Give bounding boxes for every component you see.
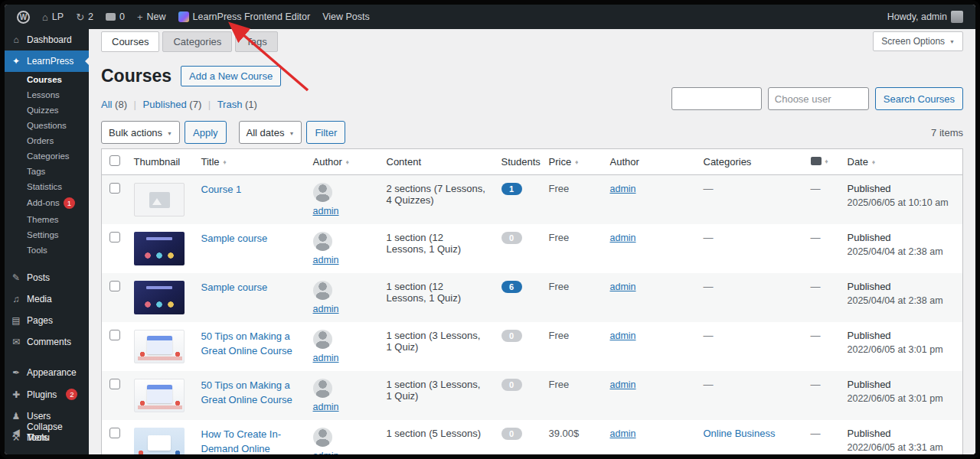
view-posts-menu[interactable]: View Posts <box>316 5 376 29</box>
row-checkbox[interactable] <box>109 330 120 340</box>
course-thumbnail[interactable] <box>134 232 185 265</box>
course-title-link[interactable]: How To Create In-Demand Online Courses <box>201 428 298 454</box>
course-category-link[interactable]: Online Business <box>704 428 776 439</box>
course-content: 1 section (12 Lessons, 1 Quiz) <box>387 281 462 304</box>
sidebar-item-posts[interactable]: ✎ Posts <box>5 267 89 288</box>
comments-count: — <box>811 428 821 439</box>
students-badge: 6 <box>501 281 522 293</box>
site-menu[interactable]: ⌂ LP <box>36 5 70 29</box>
sidebar-item-label: Settings <box>27 454 60 459</box>
course-thumbnail[interactable] <box>134 330 185 363</box>
admin-bar: W ⌂ LP ↻ 2 0 + New LearnPress Frontend E… <box>5 5 975 29</box>
sidebar-item-plugins[interactable]: ✚ Plugins 2 <box>5 383 89 405</box>
view-all-link[interactable]: All <box>101 99 112 110</box>
sidebar-item-settings-lp[interactable]: Settings <box>5 227 89 243</box>
choose-user-input[interactable] <box>768 87 869 110</box>
tab-tags[interactable]: Tags <box>235 31 277 52</box>
author-link[interactable]: admin <box>610 282 636 292</box>
course-thumbnail[interactable] <box>134 183 185 216</box>
sidebar-item-comments[interactable]: ✉ Comments <box>5 331 89 353</box>
sidebar-item-quizzes[interactable]: Quizzes <box>5 103 89 118</box>
author-link[interactable]: admin <box>313 255 339 265</box>
main-content: Courses Categories Tags Screen Options C… <box>89 29 975 454</box>
course-thumbnail[interactable] <box>134 428 185 454</box>
new-content-menu[interactable]: + New <box>131 5 172 29</box>
add-new-course-button[interactable]: Add a New Course <box>181 66 281 86</box>
search-courses-button[interactable]: Search Courses <box>875 87 963 110</box>
view-trash-link[interactable]: Trash <box>217 99 243 110</box>
view-published-link[interactable]: Published <box>143 99 187 110</box>
course-title-link[interactable]: 50 Tips on Making a Great Online Course <box>201 330 298 359</box>
table-row: Sample course admin 1 section (12 Lesson… <box>102 224 963 273</box>
sidebar-item-questions[interactable]: Questions <box>5 118 89 133</box>
view-published-count: (7) <box>189 99 201 110</box>
account-menu[interactable]: Howdy, admin <box>881 5 969 29</box>
sidebar-item-lessons[interactable]: Lessons <box>5 87 89 103</box>
table-header: Thumbnail Title Author Content Students … <box>102 149 963 175</box>
sidebar-item-pages[interactable]: ▤ Pages <box>5 310 89 331</box>
author-link[interactable]: admin <box>313 206 339 216</box>
sidebar-item-settings[interactable]: ⚙ Settings <box>5 448 89 459</box>
sort-by-author[interactable]: Author <box>313 156 350 168</box>
sidebar-item-media[interactable]: ♫ Media <box>5 288 89 310</box>
column-date: Date <box>848 156 868 168</box>
sidebar-item-appearance[interactable]: ✒ Appearance <box>5 362 89 383</box>
author-link[interactable]: admin <box>610 428 636 439</box>
course-title-link[interactable]: Sample course <box>201 232 268 246</box>
course-content: 1 section (3 Lessons, 1 Quiz) <box>387 330 481 353</box>
author-link[interactable]: admin <box>313 402 339 412</box>
author-link[interactable]: admin <box>313 451 339 454</box>
course-thumbnail[interactable] <box>134 281 185 314</box>
author-link[interactable]: admin <box>313 304 339 314</box>
course-title-link[interactable]: Course 1 <box>201 183 242 197</box>
tab-courses[interactable]: Courses <box>101 31 159 52</box>
sidebar-item-dashboard[interactable]: ⌂ Dashboard <box>5 29 89 50</box>
author-link[interactable]: admin <box>610 184 636 194</box>
filter-button[interactable]: Filter <box>306 121 345 144</box>
author-link[interactable]: admin <box>610 233 636 243</box>
course-title-link[interactable]: Sample course <box>201 281 268 295</box>
author-link[interactable]: admin <box>610 330 636 341</box>
row-checkbox[interactable] <box>109 281 120 291</box>
sort-by-date[interactable]: Date <box>848 156 876 168</box>
sidebar-item-addons[interactable]: Add-ons1 <box>5 194 89 212</box>
date-filter-select[interactable]: All dates <box>239 121 302 144</box>
students-badge: 0 <box>501 428 522 440</box>
collapse-menu-button[interactable]: ◀ Collapse Menu <box>5 416 89 448</box>
sidebar-item-statistics[interactable]: Statistics <box>5 179 89 194</box>
sort-by-comments[interactable] <box>811 157 829 165</box>
apply-button[interactable]: Apply <box>185 121 227 144</box>
bulk-actions-select[interactable]: Bulk actions <box>101 121 180 144</box>
sidebar-item-learnpress[interactable]: ✦ LearnPress <box>5 50 89 72</box>
sort-by-title[interactable]: Title <box>201 156 227 168</box>
sidebar-item-tags[interactable]: Tags <box>5 164 89 179</box>
course-title-link[interactable]: 50 Tips on Making a Great Online Course <box>201 379 298 408</box>
row-checkbox[interactable] <box>109 428 120 438</box>
sidebar-item-label: Dashboard <box>27 34 72 45</box>
row-checkbox[interactable] <box>109 379 120 389</box>
tab-categories[interactable]: Categories <box>162 31 232 52</box>
plus-icon: + <box>137 11 143 23</box>
course-thumbnail[interactable] <box>134 379 185 412</box>
author-link[interactable]: admin <box>610 379 636 390</box>
search-input[interactable] <box>671 87 762 110</box>
table-row: 50 Tips on Making a Great Online Course … <box>102 371 963 420</box>
learnpress-frontend-editor-menu[interactable]: LearnPress Frontend Editor <box>172 5 317 29</box>
comments-menu[interactable]: 0 <box>100 5 131 29</box>
row-checkbox[interactable] <box>109 232 120 243</box>
sidebar-item-themes[interactable]: Themes <box>5 212 89 227</box>
publish-status: Published <box>848 232 956 243</box>
updates-menu[interactable]: ↻ 2 <box>70 5 100 29</box>
wordpress-menu[interactable]: W <box>11 5 36 29</box>
sidebar-item-tools-lp[interactable]: Tools <box>5 243 89 258</box>
sidebar-item-courses[interactable]: Courses <box>5 72 89 87</box>
sidebar-item-orders[interactable]: Orders <box>5 133 89 148</box>
sort-by-price[interactable]: Price <box>549 156 580 168</box>
author-avatar <box>313 330 332 349</box>
column-title: Title <box>201 156 220 168</box>
screen-options-button[interactable]: Screen Options <box>873 31 963 51</box>
author-link[interactable]: admin <box>313 353 339 363</box>
row-checkbox[interactable] <box>109 183 120 194</box>
sidebar-item-categories[interactable]: Categories <box>5 148 89 164</box>
select-all-checkbox[interactable] <box>109 155 120 166</box>
